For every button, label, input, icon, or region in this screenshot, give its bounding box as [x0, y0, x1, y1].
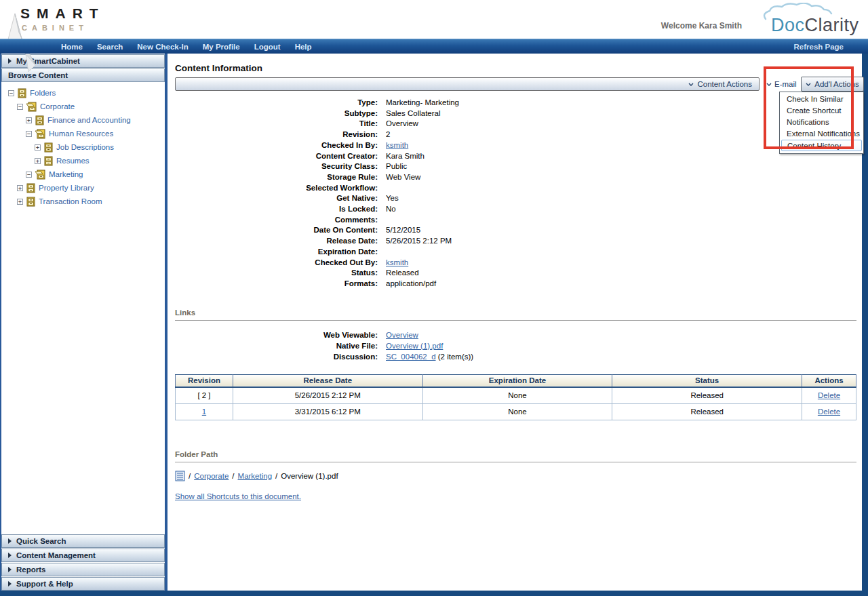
nav-search[interactable]: Search: [97, 43, 123, 51]
field-link-ksmith[interactable]: ksmith: [386, 141, 408, 149]
tree-item-folders[interactable]: Folders: [30, 89, 56, 97]
welcome-message: Welcome Kara Smith: [661, 21, 742, 31]
field-value: Marketing- Marketing: [386, 98, 459, 108]
expand-toggle-icon[interactable]: +: [35, 158, 41, 164]
links-section-title: Links: [175, 309, 856, 321]
content-actions-label: Content Actions: [697, 80, 752, 88]
column-header-actions: Actions: [802, 374, 856, 387]
nav-my-profile[interactable]: My Profile: [203, 43, 240, 51]
expand-toggle-icon[interactable]: +: [17, 199, 23, 205]
tree-item-marketing[interactable]: Marketing: [49, 170, 83, 178]
tree-item-property-library[interactable]: Property Library: [39, 184, 94, 192]
chevron-down-icon: [688, 83, 694, 86]
sidebar-item-content-management[interactable]: Content Management: [1, 549, 165, 562]
nav-new-check-in[interactable]: New Check-In: [137, 43, 188, 51]
link-value: Overview: [386, 330, 418, 340]
status-cell: Released: [612, 387, 802, 403]
cabinet-closed-icon: [26, 197, 36, 207]
tree-item-job-descriptions[interactable]: Job Descriptions: [56, 143, 114, 151]
field-value: 5/12/2015: [386, 225, 420, 236]
actions-cell: Delete: [802, 403, 856, 420]
expand-toggle-icon[interactable]: +: [35, 144, 41, 151]
expiration-date-cell: None: [422, 387, 612, 403]
field-row: Security Class:Public: [175, 161, 856, 172]
column-header-revision: Revision: [176, 374, 233, 387]
tree-item-corporate[interactable]: Corporate: [40, 102, 75, 111]
expand-toggle-icon[interactable]: +: [26, 117, 32, 123]
field-label: Revision:: [175, 130, 386, 140]
menu-item-check-in-similar[interactable]: Check In Similar: [780, 94, 863, 105]
delete-link[interactable]: Delete: [818, 391, 840, 399]
menu-item-notifications[interactable]: Notifications: [780, 117, 863, 128]
menu-item-content-history[interactable]: Content History: [781, 140, 862, 151]
collapse-toggle-icon[interactable]: −: [8, 90, 14, 96]
field-label: Comments:: [175, 215, 386, 226]
field-value: Sales Collateral: [386, 108, 441, 119]
delete-link[interactable]: Delete: [818, 408, 840, 416]
sidebar-header-label: Quick Search: [16, 537, 66, 545]
field-value: Overview: [386, 119, 418, 130]
tree-item-human-resources[interactable]: Human Resources: [49, 130, 113, 138]
field-link-ksmith[interactable]: ksmith: [386, 258, 408, 266]
email-label: E-mail: [774, 80, 797, 88]
tree-row: −Marketing: [1, 167, 165, 181]
cabinet-open-icon: [26, 102, 37, 112]
link-overview-1-pdf[interactable]: Overview (1).pdf: [386, 342, 443, 350]
path-segment-overview-1-pdf: Overview (1).pdf: [281, 472, 338, 480]
collapse-toggle-icon[interactable]: −: [17, 104, 23, 110]
sidebar-bottom-sections: Quick SearchContent ManagementReportsSup…: [1, 534, 165, 591]
email-dropdown[interactable]: E-mail: [766, 77, 797, 91]
cabinet-closed-icon: [35, 115, 45, 125]
field-row: Storage Rule:Web View: [175, 172, 856, 183]
link-label: Native File:: [175, 340, 386, 351]
link-overview[interactable]: Overview: [386, 331, 418, 339]
nav-help[interactable]: Help: [295, 43, 312, 51]
tree-row: +Finance and Accounting: [1, 113, 165, 127]
nav-items: HomeSearchNew Check-InMy ProfileLogoutHe…: [0, 43, 312, 51]
nav-logout[interactable]: Logout: [254, 43, 281, 51]
collapse-toggle-icon[interactable]: −: [26, 172, 32, 178]
tree-item-finance-and-accounting[interactable]: Finance and Accounting: [47, 116, 131, 124]
tree-row: −Corporate: [1, 100, 165, 113]
link-value: Overview (1).pdf: [386, 340, 443, 351]
link-suffix: (2 item(s)): [436, 353, 474, 361]
field-label: Checked Out By:: [175, 258, 386, 269]
field-value: No: [386, 204, 396, 215]
field-label: Checked In By:: [175, 140, 386, 151]
sidebar-item-reports[interactable]: Reports: [1, 563, 165, 576]
field-label: Release Date:: [175, 236, 386, 247]
revisions-table: RevisionRelease DateExpiration DateStatu…: [175, 374, 856, 420]
field-label: Type:: [175, 98, 386, 108]
field-row: Get Native:Yes: [175, 193, 856, 204]
content-actions-dropdown[interactable]: Content Actions: [175, 77, 760, 91]
expand-arrow-icon: [8, 567, 12, 572]
links-rows: Web Viewable:OverviewNative File:Overvie…: [175, 330, 856, 362]
menu-item-external-notifications[interactable]: External Notifications: [780, 128, 863, 140]
show-shortcuts-link[interactable]: Show all Shortcuts to this document.: [175, 492, 301, 500]
collapse-toggle-icon[interactable]: −: [26, 131, 32, 137]
addl-actions-button[interactable]: Add'l Actions: [801, 77, 864, 92]
link-label: Discussion:: [175, 351, 386, 362]
tree-item-resumes[interactable]: Resumes: [56, 157, 90, 165]
nav-home[interactable]: Home: [61, 43, 83, 51]
page-bottom-border: [0, 591, 868, 596]
field-value: Kara Smith: [386, 151, 425, 162]
content-fields: Type:Marketing- MarketingSubtype:Sales C…: [175, 98, 856, 290]
sidebar-header-label: Reports: [16, 565, 45, 574]
revision-cell: [ 2 ]: [176, 387, 233, 403]
revision-link[interactable]: 1: [202, 408, 206, 416]
addl-actions-menu: Check In SimilarCreate ShortcutNotificat…: [779, 92, 864, 154]
link-sc-004062-d[interactable]: SC_004062_d: [386, 353, 436, 361]
path-segment-corporate[interactable]: Corporate: [194, 472, 229, 480]
sidebar-item-support-help[interactable]: Support & Help: [1, 577, 165, 591]
path-segment-marketing[interactable]: Marketing: [238, 472, 273, 480]
tree-item-transaction-room[interactable]: Transaction Room: [39, 197, 102, 205]
refresh-page-link[interactable]: Refresh Page: [793, 43, 844, 51]
expand-toggle-icon[interactable]: +: [17, 185, 23, 191]
page: SMART CABINET Welcome Kara Smith DocClar…: [0, 0, 868, 596]
menu-item-create-shortcut[interactable]: Create Shortcut: [780, 105, 863, 117]
sidebar: My SmartCabinet Browse Content −Folders−…: [0, 54, 167, 591]
revision-cell: 1: [176, 403, 233, 420]
folder-path-title: Folder Path: [175, 450, 856, 462]
sidebar-item-quick-search[interactable]: Quick Search: [1, 534, 165, 548]
